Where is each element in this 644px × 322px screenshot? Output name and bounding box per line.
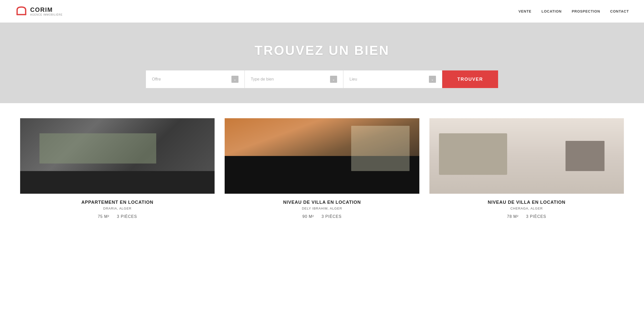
lieu-select[interactable]: Lieu ⌄ (343, 70, 442, 88)
listing-card-1-image (20, 118, 215, 194)
header: CORIM AGENCE IMMOBILIÈRE VENTE LOCATION … (0, 0, 644, 23)
listing-card-3-location: CHERAGA, ALGER (432, 207, 621, 210)
type-label: Type de bien (251, 77, 274, 82)
nav-prospection[interactable]: PROSPECTION (572, 9, 600, 13)
logo-name: CORIM (30, 6, 63, 13)
listing-card-1[interactable]: APPARTEMENT EN LOCATION DRARIA, ALGER 75… (20, 118, 215, 221)
listing-card-2-surface: 90 M² (302, 214, 314, 219)
listings-section: APPARTEMENT EN LOCATION DRARIA, ALGER 75… (0, 103, 644, 242)
listing-card-3-type: NIVEAU DE VILLA EN LOCATION (432, 200, 621, 205)
logo-text: CORIM AGENCE IMMOBILIÈRE (30, 6, 63, 16)
listing-card-3-info: NIVEAU DE VILLA EN LOCATION CHERAGA, ALG… (429, 194, 624, 221)
type-select[interactable]: Type de bien ⌄ (245, 70, 344, 88)
nav-contact[interactable]: CONTACT (610, 9, 629, 13)
listing-card-1-pieces: 3 PIÈCES (117, 214, 137, 219)
type-chevron-icon: ⌄ (330, 76, 337, 83)
listing-card-1-info: APPARTEMENT EN LOCATION DRARIA, ALGER 75… (20, 194, 215, 221)
listing-card-2-pieces: 3 PIÈCES (321, 214, 342, 219)
listing-card-2-location: DELY IBRAHIM, ALGER (227, 207, 417, 210)
listing-card-3-surface: 78 M² (507, 214, 518, 219)
listing-card-2-image (225, 118, 419, 194)
offre-label: Offre (152, 77, 161, 82)
offre-chevron-icon: ⌄ (231, 76, 238, 83)
nav-location[interactable]: LOCATION (542, 9, 562, 13)
listing-card-3[interactable]: NIVEAU DE VILLA EN LOCATION CHERAGA, ALG… (429, 118, 624, 221)
listing-card-1-type: APPARTEMENT EN LOCATION (23, 200, 212, 205)
listing-card-1-surface: 75 M² (98, 214, 109, 219)
listing-card-2-details: 90 M² 3 PIÈCES (227, 214, 417, 219)
listing-card-3-pieces: 3 PIÈCES (526, 214, 546, 219)
hero-section: TROUVEZ UN BIEN Offre ⌄ Type de bien ⌄ L… (0, 23, 644, 103)
lieu-chevron-icon: ⌄ (429, 76, 436, 83)
main-nav: VENTE LOCATION PROSPECTION CONTACT (518, 9, 629, 13)
listing-card-2[interactable]: NIVEAU DE VILLA EN LOCATION DELY IBRAHIM… (225, 118, 419, 221)
offre-select[interactable]: Offre ⌄ (146, 70, 245, 88)
logo-icon (15, 5, 28, 18)
search-button[interactable]: TROUVER (442, 70, 498, 88)
listing-card-1-location: DRARIA, ALGER (23, 207, 212, 210)
logo[interactable]: CORIM AGENCE IMMOBILIÈRE (15, 5, 63, 18)
listing-card-2-info: NIVEAU DE VILLA EN LOCATION DELY IBRAHIM… (225, 194, 419, 221)
listing-card-2-type: NIVEAU DE VILLA EN LOCATION (227, 200, 417, 205)
hero-title: TROUVEZ UN BIEN (255, 43, 390, 58)
lieu-label: Lieu (349, 77, 357, 82)
logo-subtitle: AGENCE IMMOBILIÈRE (30, 13, 63, 16)
listing-card-1-details: 75 M² 3 PIÈCES (23, 214, 212, 219)
nav-vente[interactable]: VENTE (518, 9, 532, 13)
listing-card-3-details: 78 M² 3 PIÈCES (432, 214, 621, 219)
listing-card-3-image (429, 118, 624, 194)
search-bar: Offre ⌄ Type de bien ⌄ Lieu ⌄ TROUVER (146, 70, 498, 88)
listings-grid: APPARTEMENT EN LOCATION DRARIA, ALGER 75… (20, 118, 624, 221)
